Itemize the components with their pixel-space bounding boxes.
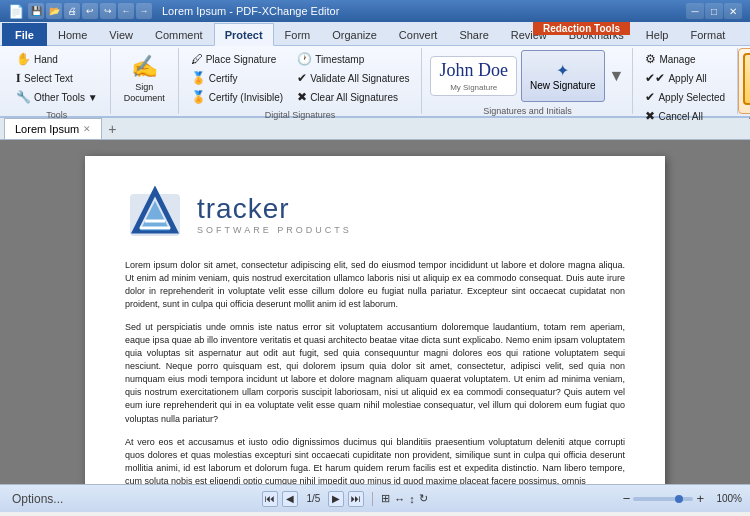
apply-selected-button[interactable]: ✔ Apply Selected bbox=[639, 88, 731, 106]
fit-height-button[interactable]: ↕ bbox=[409, 493, 415, 505]
window-controls: ─ □ ✕ bbox=[686, 3, 742, 19]
my-signature-label: My Signature bbox=[450, 83, 497, 92]
tab-help[interactable]: Help bbox=[635, 23, 680, 46]
new-signature-button[interactable]: ✦ New Signature bbox=[521, 50, 605, 102]
nav-last-button[interactable]: ⏭ bbox=[348, 491, 364, 507]
place-sig-icon: 🖊 bbox=[191, 52, 203, 66]
tab-share[interactable]: Share bbox=[448, 23, 499, 46]
cancel-all-button[interactable]: ✖ Cancel All bbox=[639, 107, 731, 125]
qat-fwd-icon[interactable]: → bbox=[136, 3, 152, 19]
validate-icon: ✔ bbox=[297, 71, 307, 85]
qat-print-icon[interactable]: 🖨 bbox=[64, 3, 80, 19]
rotate-button[interactable]: ↻ bbox=[419, 492, 428, 505]
tab-view[interactable]: View bbox=[98, 23, 144, 46]
certify-icon: 🏅 bbox=[191, 71, 206, 85]
hand-tool-button[interactable]: ✋ Hand bbox=[10, 50, 104, 68]
signatures-dropdown[interactable]: ▼ bbox=[607, 65, 627, 87]
tab-home[interactable]: Home bbox=[47, 23, 98, 46]
clear-all-button[interactable]: ✖ Clear All Signatures bbox=[291, 88, 415, 106]
sign-document-button[interactable]: ✍️ Sign Document bbox=[117, 51, 172, 107]
paragraph-1: Lorem ipsum dolor sit amet, consectetur … bbox=[125, 259, 625, 311]
page-logo: tracker SOFTWARE PRODUCTS bbox=[125, 186, 625, 241]
other-tools-button[interactable]: 🔧 Other Tools ▼ bbox=[10, 88, 104, 106]
qat-redo-icon[interactable]: ↪ bbox=[100, 3, 116, 19]
manage-button[interactable]: ⚙ Manage bbox=[639, 50, 731, 68]
close-button[interactable]: ✕ bbox=[724, 3, 742, 19]
signature-name: John Doe bbox=[439, 60, 508, 81]
signature-area: John Doe My Signature bbox=[430, 56, 517, 96]
sign-doc-icon: ✍️ bbox=[131, 54, 158, 80]
new-tab-button[interactable]: + bbox=[102, 119, 122, 139]
options-button[interactable]: Options... bbox=[8, 491, 67, 507]
zoom-slider[interactable] bbox=[633, 497, 693, 501]
paragraph-2: Sed ut perspiciatis unde omnis iste natu… bbox=[125, 321, 625, 425]
title-bar-icons: 💾 📂 🖨 ↩ ↪ ← → bbox=[28, 3, 152, 19]
fit-width-button[interactable]: ↔ bbox=[394, 493, 405, 505]
validate-all-button[interactable]: ✔ Validate All Signatures bbox=[291, 69, 415, 87]
hand-icon: ✋ bbox=[16, 52, 31, 66]
place-signature-button[interactable]: 🖊 Place Signature bbox=[185, 50, 289, 68]
certify-button[interactable]: 🏅 Certify bbox=[185, 69, 289, 87]
timestamp-icon: 🕐 bbox=[297, 52, 312, 66]
ribbon-group-tools: ✋ Hand 𝐈 Select Text 🔧 Other Tools ▼ Too… bbox=[4, 48, 111, 114]
timestamp-button[interactable]: 🕐 Timestamp bbox=[291, 50, 415, 68]
tab-comment[interactable]: Comment bbox=[144, 23, 214, 46]
status-left: Options... bbox=[8, 491, 67, 507]
certify-inv-icon: 🏅 bbox=[191, 90, 206, 104]
page-info: 1/5 bbox=[302, 493, 324, 504]
page-text: Lorem ipsum dolor sit amet, consectetur … bbox=[125, 259, 625, 484]
tab-form[interactable]: Form bbox=[274, 23, 322, 46]
document-tab-close[interactable]: ✕ bbox=[83, 124, 91, 134]
tools-group-label: Tools bbox=[10, 108, 104, 122]
qat-open-icon[interactable]: 📂 bbox=[46, 3, 62, 19]
ribbon: ✋ Hand 𝐈 Select Text 🔧 Other Tools ▼ Too… bbox=[0, 46, 750, 118]
tools-icon: 🔧 bbox=[16, 90, 31, 104]
zoom-level: 100% bbox=[707, 493, 742, 504]
status-right: − + 100% bbox=[623, 491, 742, 506]
qat-back-icon[interactable]: ← bbox=[118, 3, 134, 19]
paragraph-3: At vero eos et accusamus et iusto odio d… bbox=[125, 436, 625, 484]
minimize-button[interactable]: ─ bbox=[686, 3, 704, 19]
new-sig-icon: ✦ bbox=[556, 61, 569, 80]
apply-all-manage-button[interactable]: ✔✔ Apply All bbox=[639, 69, 731, 87]
tab-organize[interactable]: Organize bbox=[321, 23, 388, 46]
ribbon-group-digital-signatures: 🖊 Place Signature 🏅 Certify 🏅 Certify (I… bbox=[179, 48, 423, 114]
title-text: Lorem Ipsum - PDF-XChange Editor bbox=[162, 5, 339, 17]
document-tab-label: Lorem Ipsum bbox=[15, 123, 79, 135]
tracker-logo-icon bbox=[125, 186, 185, 241]
zoom-out-button[interactable]: − bbox=[623, 491, 631, 506]
cursor-icon: 𝐈 bbox=[16, 71, 21, 85]
clear-icon: ✖ bbox=[297, 90, 307, 104]
ribbon-group-sign: ✍️ Sign Document bbox=[111, 48, 179, 114]
sign-group-label bbox=[117, 110, 172, 114]
tab-file[interactable]: File bbox=[2, 23, 47, 46]
apply-sel-icon: ✔ bbox=[645, 90, 655, 104]
tab-convert[interactable]: Convert bbox=[388, 23, 449, 46]
status-bar: Options... ⏮ ◀ 1/5 ▶ ⏭ ⊞ ↔ ↕ ↻ − + 100% bbox=[0, 484, 750, 512]
tab-protect[interactable]: Protect bbox=[214, 23, 274, 46]
document-page: tracker SOFTWARE PRODUCTS Lorem ipsum do… bbox=[85, 156, 665, 484]
maximize-button[interactable]: □ bbox=[705, 3, 723, 19]
apply-all-redact-button[interactable]: Apply All bbox=[743, 106, 750, 124]
certify-invisible-button[interactable]: 🏅 Certify (Invisible) bbox=[185, 88, 289, 106]
mark-for-redaction-button[interactable]: 🔒 Mark for Redaction bbox=[743, 53, 750, 105]
manage-icon: ⚙ bbox=[645, 52, 656, 66]
zoom-in-button[interactable]: + bbox=[696, 491, 704, 506]
apply-all-icon: ✔✔ bbox=[645, 71, 665, 85]
company-name: tracker bbox=[197, 193, 352, 225]
fit-page-button[interactable]: ⊞ bbox=[381, 492, 390, 505]
title-bar: 📄 💾 📂 🖨 ↩ ↪ ← → Lorem Ipsum - PDF-XChang… bbox=[0, 0, 750, 22]
qat-save-icon[interactable]: 💾 bbox=[28, 3, 44, 19]
zoom-thumb bbox=[675, 495, 683, 503]
document-area: tracker SOFTWARE PRODUCTS Lorem ipsum do… bbox=[0, 140, 750, 484]
tab-format[interactable]: Format bbox=[679, 23, 736, 46]
nav-prev-button[interactable]: ◀ bbox=[282, 491, 298, 507]
qat-undo-icon[interactable]: ↩ bbox=[82, 3, 98, 19]
ribbon-group-manage: ⚙ Manage ✔✔ Apply All ✔ Apply Selected ✖… bbox=[633, 48, 738, 114]
nav-next-button[interactable]: ▶ bbox=[328, 491, 344, 507]
select-text-button[interactable]: 𝐈 Select Text bbox=[10, 69, 104, 87]
ribbon-tabs: File Home View Comment Protect Form Orga… bbox=[0, 22, 750, 46]
nav-first-button[interactable]: ⏮ bbox=[262, 491, 278, 507]
company-subtitle: SOFTWARE PRODUCTS bbox=[197, 225, 352, 235]
signatures-initials-label: Signatures and Initials bbox=[428, 104, 626, 118]
